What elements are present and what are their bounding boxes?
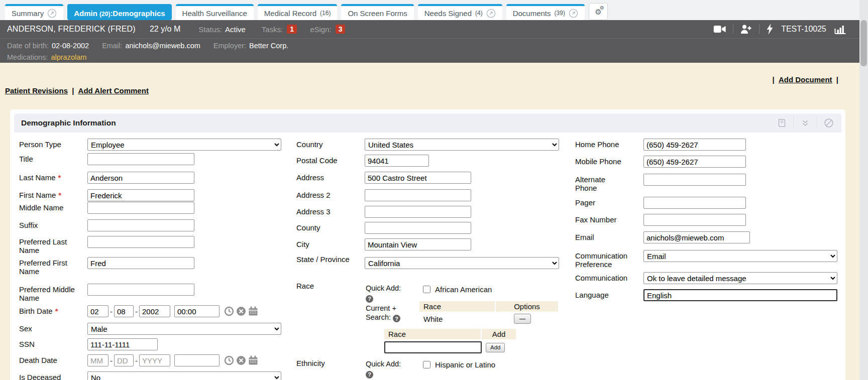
- tab-admin-demographics[interactable]: Admin (20):Demographics: [67, 4, 171, 20]
- external-link-icon[interactable]: [569, 9, 578, 18]
- chevron-double-down-icon[interactable]: [800, 117, 811, 129]
- birth-day-input[interactable]: [114, 305, 134, 317]
- tab-label: Health Surveillance: [182, 9, 247, 18]
- clear-date-icon[interactable]: [236, 355, 246, 365]
- language-input[interactable]: [643, 289, 837, 301]
- tab-bar: Summary Admin (20):Demographics Health S…: [0, 0, 859, 20]
- tab-documents[interactable]: Documents (39): [506, 4, 585, 20]
- field-label: Home Phone: [575, 139, 643, 149]
- lightning-icon[interactable]: [766, 24, 774, 35]
- checkbox-label: Hispanic or Latino: [435, 360, 495, 369]
- field-label: Last Name*: [19, 172, 87, 182]
- last-name-input[interactable]: [87, 172, 194, 184]
- add-document-link[interactable]: Add Document: [779, 75, 832, 84]
- calendar-icon[interactable]: [248, 355, 258, 365]
- dob-value: 02-08-2002: [52, 42, 89, 50]
- tab-medical-record[interactable]: Medical Record (16): [258, 4, 338, 20]
- preferred-last-name-input[interactable]: [87, 236, 194, 248]
- add-alert-comment-link[interactable]: Add Alert Comment: [78, 86, 149, 95]
- death-time-input[interactable]: [174, 354, 220, 366]
- field-death-date: Death Date - -: [19, 354, 258, 366]
- is-deceased-select[interactable]: No: [87, 371, 281, 380]
- required-marker: *: [58, 173, 61, 182]
- ssn-input[interactable]: [87, 338, 158, 350]
- birth-time-input[interactable]: [174, 305, 220, 317]
- county-input[interactable]: [365, 222, 471, 234]
- clock-icon[interactable]: [224, 355, 234, 365]
- settings-gear-button[interactable]: ⚙ ⚙: [589, 3, 608, 20]
- communication-select[interactable]: Ok to leave detailed message: [643, 272, 837, 284]
- race-quick-add-block: Quick Add: ? Current + Search: ?: [366, 284, 411, 322]
- alternate-phone-input[interactable]: [643, 174, 746, 186]
- pager-input[interactable]: [643, 197, 746, 209]
- address2-input[interactable]: [365, 189, 471, 201]
- help-icon[interactable]: ?: [393, 315, 400, 322]
- tab-needs-signed[interactable]: Needs Signed (4): [418, 4, 502, 20]
- postal-code-input[interactable]: [365, 155, 429, 167]
- field-label: Person Type: [19, 139, 87, 149]
- help-icon[interactable]: ?: [366, 371, 373, 378]
- race-search-input[interactable]: [384, 341, 482, 353]
- external-link-icon[interactable]: [47, 9, 57, 18]
- vertical-scrollbar[interactable]: [859, 0, 868, 380]
- employer-value: Better Corp.: [249, 42, 288, 50]
- video-camera-icon[interactable]: [713, 25, 726, 34]
- patient-revisions-link[interactable]: Patient Revisions: [5, 86, 68, 95]
- preferred-first-name-input[interactable]: [87, 257, 194, 269]
- tasks-badge[interactable]: 1: [287, 25, 297, 34]
- sex-select[interactable]: Male: [87, 323, 281, 335]
- tab-label: Documents: [513, 9, 551, 18]
- journal-icon[interactable]: [776, 117, 787, 129]
- state-select[interactable]: California: [365, 257, 559, 269]
- death-month-input[interactable]: [87, 354, 108, 366]
- divider: [817, 117, 817, 129]
- race-african-american-checkbox[interactable]: [423, 286, 430, 293]
- external-link-icon[interactable]: [486, 9, 496, 18]
- death-year-input[interactable]: [139, 354, 170, 366]
- email-input[interactable]: [643, 231, 750, 243]
- field-sex: Sex Male: [19, 323, 281, 335]
- middle-name-input[interactable]: [87, 202, 194, 214]
- tab-summary[interactable]: Summary: [5, 4, 63, 20]
- scrollbar-thumb[interactable]: [860, 20, 867, 66]
- calendar-icon[interactable]: [248, 306, 258, 316]
- ethnicity-hispanic-checkbox[interactable]: [423, 361, 430, 368]
- death-day-input[interactable]: [114, 354, 134, 366]
- remove-race-button[interactable]: —: [514, 314, 531, 324]
- home-phone-input[interactable]: [643, 139, 746, 151]
- clear-date-icon[interactable]: [236, 306, 246, 316]
- preferred-middle-name-input[interactable]: [87, 284, 194, 296]
- person-type-select[interactable]: Employee: [87, 139, 281, 151]
- fax-number-input[interactable]: [643, 214, 746, 226]
- field-postal-code: Postal Code: [296, 155, 429, 167]
- esign-badge[interactable]: 3: [336, 25, 346, 34]
- patient-header-band: ANDERSON, FREDERICK (FRED) 22 y/o M Stat…: [0, 20, 859, 63]
- field-label: Death Date: [19, 354, 87, 364]
- title-input[interactable]: [87, 153, 194, 165]
- birth-year-input[interactable]: [139, 305, 170, 317]
- suffix-input[interactable]: [87, 219, 194, 231]
- birth-month-input[interactable]: [87, 305, 108, 317]
- clock-icon[interactable]: [224, 306, 234, 316]
- mobile-phone-input[interactable]: [643, 156, 746, 168]
- city-input[interactable]: [365, 238, 471, 250]
- person-add-icon[interactable]: [740, 24, 752, 35]
- communication-preference-select[interactable]: Email: [643, 250, 837, 262]
- medications-value[interactable]: alprazolam: [51, 53, 86, 61]
- date-separator: -: [110, 305, 113, 316]
- race-add-button[interactable]: Add: [486, 343, 505, 352]
- field-label: Birth Date*: [19, 305, 87, 315]
- help-icon[interactable]: ?: [366, 295, 373, 303]
- tab-on-screen-forms[interactable]: On Screen Forms: [341, 4, 413, 20]
- tab-health-surveillance[interactable]: Health Surveillance: [176, 4, 254, 20]
- first-name-input[interactable]: [87, 189, 194, 201]
- chart-icon[interactable]: [834, 24, 846, 35]
- country-select[interactable]: United States: [365, 139, 559, 151]
- address3-input[interactable]: [365, 206, 471, 218]
- field-label: Communication Preference: [575, 250, 636, 269]
- field-label: Country: [296, 139, 365, 149]
- address-input[interactable]: [365, 172, 471, 184]
- disable-circle-slash-icon[interactable]: [823, 117, 834, 129]
- field-county: County: [296, 222, 471, 234]
- demographics-panel: Demographic Information Pe: [10, 109, 845, 380]
